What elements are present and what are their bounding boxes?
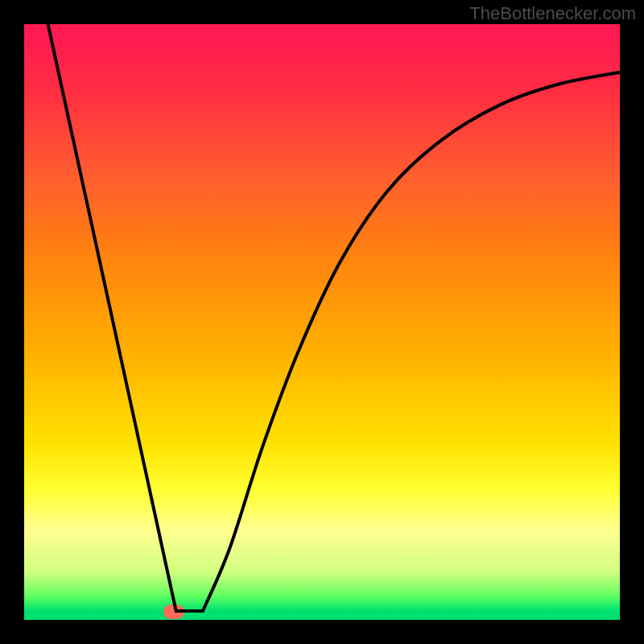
curve-svg — [24, 24, 620, 620]
plot-area — [24, 24, 620, 620]
curve-path — [48, 24, 620, 611]
source-label: TheBottlenecker.com — [469, 3, 636, 24]
chart-container: TheBottlenecker.com — [0, 0, 644, 644]
